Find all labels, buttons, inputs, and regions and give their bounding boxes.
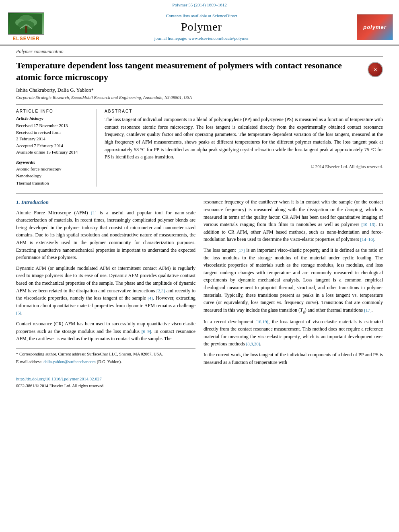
page-wrapper: Polymer 55 (2014) 1609–1612 ELSEVIER — [0, 0, 399, 397]
ref-2-3: [2,3] — [156, 288, 165, 293]
crossmark-badge: ✕ — [368, 62, 383, 77]
tg-symbol: T — [300, 307, 303, 313]
email-note: E-mail address: dalia.yablon@surfacechar… — [16, 359, 195, 365]
keyword-2: Nanorheology — [16, 173, 90, 180]
crossmark-inner: ✕ — [374, 67, 377, 72]
issn-line: 0032-3861/© 2014 Elsevier Ltd. All right… — [16, 383, 195, 389]
journal-top-bar: Polymer 55 (2014) 1609–1612 — [0, 0, 399, 9]
tg-subscript: g — [303, 309, 305, 314]
elsevier-logo-area: ELSEVIER — [4, 12, 48, 41]
elsevier-tree-logo — [8, 12, 44, 35]
ref-14-16: [14–16] — [360, 237, 374, 242]
article-history-label: Article history: — [16, 116, 90, 121]
journal-homepage: journal homepage: www.elsevier.com/locat… — [52, 36, 351, 41]
svg-rect-5 — [25, 26, 27, 33]
contents-prefix: Contents lists available at — [166, 13, 211, 18]
intro-para-3: Contact resonance (CR) AFM has been used… — [16, 320, 195, 343]
email-label: E-mail address: — [16, 359, 43, 364]
copyright-line: © 2014 Elsevier Ltd. All rights reserved… — [105, 164, 383, 169]
abstract-heading: ABSTRACT — [105, 109, 383, 113]
keywords-label: Keywords: — [16, 160, 90, 164]
intro-para-1: Atomic Force Microscope (AFM) [1] is a u… — [16, 209, 195, 261]
extracting-word: Extracting — [16, 247, 36, 253]
doi-link[interactable]: http://dx.doi.org/10.1016/j.polymer.2014… — [16, 376, 195, 382]
right-body-col: resonance frequency of the cantilever wh… — [204, 198, 383, 389]
ref-18-19: [18,19] — [255, 319, 268, 324]
right-para-1: resonance frequency of the cantilever wh… — [204, 198, 383, 243]
contents-line: Contents lists available at ScienceDirec… — [52, 13, 351, 18]
intro-section-label: Introduction — [21, 199, 49, 205]
left-body-col: 1. Introduction Atomic Force Microscope … — [16, 198, 195, 389]
two-col-body: 1. Introduction Atomic Force Microscope … — [16, 198, 383, 389]
ref-8-9-20: [8,9,20] — [246, 341, 260, 346]
intro-section-title: 1. Introduction — [16, 198, 195, 206]
journal-citation: Polymer 55 (2014) 1609–1612 — [172, 2, 226, 7]
polymer-logo-label: polymer — [363, 24, 387, 30]
ref-1: [1] — [91, 210, 97, 215]
intro-section-number: 1. — [16, 199, 21, 205]
article-content: Polymer communication Temperature depend… — [0, 45, 399, 397]
polymer-logo-area: polymer — [355, 14, 395, 40]
article-title: Temperature dependent loss tangent measu… — [16, 60, 368, 83]
abstract-col: ABSTRACT The loss tangent of individual … — [105, 109, 383, 187]
keyword-3: Thermal transition — [16, 180, 90, 187]
intro-para-2: Dynamic AFM (or amplitude modulated AFM … — [16, 265, 195, 317]
journal-center: Contents lists available at ScienceDirec… — [52, 13, 351, 41]
abstract-text: The loss tangent of individual component… — [105, 116, 383, 161]
history-received: Received 17 November 2013 — [16, 122, 90, 129]
ref-10-13: [10–13] — [362, 222, 376, 227]
email-suffix: (D.G. Yablon). — [97, 359, 122, 364]
elsevier-label: ELSEVIER — [12, 36, 39, 41]
footnote-area: * Corresponding author. Current address:… — [16, 348, 195, 390]
homepage-text: journal homepage: www.elsevier.com/locat… — [154, 36, 249, 41]
email-address[interactable]: dalia.yablon@surfacechar.com — [43, 359, 96, 364]
ref-17a: [17] — [237, 248, 245, 253]
history-revised-date: 2 February 2014 — [16, 136, 90, 142]
article-type: Polymer communication — [16, 49, 383, 57]
blank-line — [16, 367, 195, 373]
keyword-1: Atomic force microscopy — [16, 166, 90, 173]
body-divider — [16, 193, 383, 193]
corresponding-author-note: * Corresponding author. Current address:… — [16, 351, 195, 357]
authors: Ishita Chakraborty, Dalia G. Yablon* — [16, 87, 383, 93]
right-para-2: The loss tangent [17] is an important vi… — [204, 246, 383, 315]
journal-header: ELSEVIER Contents lists available at Sci… — [0, 9, 399, 45]
ref-4: [4] — [148, 296, 153, 300]
history-revised-label: Received in revised form — [16, 129, 90, 136]
history-online: Available online 15 February 2014 — [16, 149, 90, 156]
ref-5: [5] — [16, 310, 21, 315]
article-info-heading: ARTICLE INFO — [16, 109, 90, 113]
ref-6-9: [6–9] — [142, 329, 151, 334]
keywords-section: Keywords: Atomic force microscopy Nanorh… — [16, 160, 90, 187]
polymer-logo-box: polymer — [357, 14, 393, 40]
right-para-4: In the current work, the loss tangent of… — [204, 351, 383, 366]
article-info-col: ARTICLE INFO Article history: Received 1… — [16, 109, 97, 187]
sciencedirect-link[interactable]: ScienceDirect — [212, 13, 237, 18]
info-abstract-row: ARTICLE INFO Article history: Received 1… — [16, 105, 383, 187]
article-title-row: Temperature dependent loss tangent measu… — [16, 60, 383, 83]
right-para-3: In a recent development [18,19], the los… — [204, 318, 383, 348]
journal-title-display: Polymer — [52, 21, 351, 33]
ref-17b: [17] — [364, 308, 371, 312]
history-accepted: Accepted 7 February 2014 — [16, 142, 90, 149]
affiliation: Corporate Strategic Research, ExxonMobil… — [16, 95, 383, 100]
